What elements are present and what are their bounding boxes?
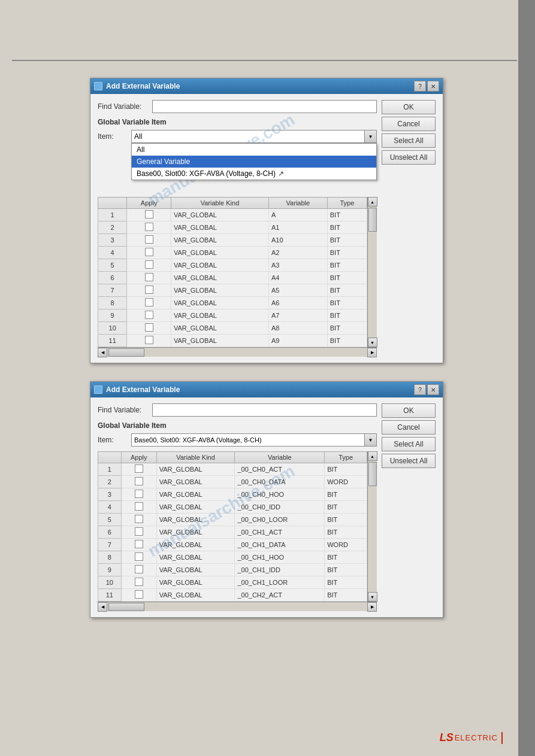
dialog1-select-all-btn[interactable]: Select All [382,133,436,148]
dialog1-dd-base[interactable]: Base00, Slot00: XGF-AV8A (Voltage, 8-CH)… [132,168,376,180]
dialog2-scroll-thumb[interactable] [368,462,377,486]
dialog2-row-apply-9[interactable] [121,576,156,589]
dialog2-row-kind-10: VAR_GLOBAL [156,589,235,602]
dialog1-dd-general[interactable]: General Variable [132,156,376,168]
dialog2-dropdown-btn[interactable]: ▼ [365,433,377,447]
dialog2-row-var-9: _00_CH1_LOOR [235,576,325,589]
dialog2-row-apply-1[interactable] [121,476,156,488]
dialog2-item-row: Item: ▼ [98,433,377,447]
dialog2-row-apply-8[interactable] [121,564,156,576]
dialog1-scroll-thumb[interactable] [368,208,377,232]
dialog2-checkbox-8[interactable] [135,565,143,573]
dialog1-checkbox-9[interactable] [145,323,153,332]
dialog1-close-btn[interactable]: ✕ [427,81,439,92]
dialog1-findvar-input[interactable] [152,100,377,113]
dialog1-dd-all[interactable]: All [132,144,376,156]
dialog2-hscroll-thumb[interactable] [108,603,144,611]
dialog2-select-all-btn[interactable]: Select All [382,437,436,451]
dialog1-hscroll-left[interactable]: ◀ [98,348,107,357]
dialog1-vscrollbar[interactable]: ▲ ▼ [367,197,377,347]
dialog2-checkbox-9[interactable] [135,578,143,586]
dialog1-row-num-9: 10 [98,322,127,335]
dialog1-checkbox-2[interactable] [145,235,153,244]
dialog1-row-apply-2[interactable] [127,234,171,247]
dialog1-row-kind-6: VAR_GLOBAL [171,284,268,297]
dialog1-ok-btn[interactable]: OK [382,100,436,114]
dialog2-help-btn[interactable]: ? [414,384,426,395]
dialog2-checkbox-6[interactable] [135,540,143,548]
dialog1-scroll-up[interactable]: ▲ [368,197,377,207]
dialog2-checkbox-1[interactable] [135,477,143,485]
dialog1-checkbox-5[interactable] [145,273,153,281]
dialog1-cancel-btn[interactable]: Cancel [382,117,436,131]
dialog1-hscrollbar[interactable]: ◀ ▶ [98,347,377,357]
dialog2-scroll-up[interactable]: ▲ [368,451,377,461]
dialog1-row-apply-7[interactable] [127,297,171,309]
dialog1-row-apply-8[interactable] [127,309,171,322]
dialog1-row-apply-1[interactable] [127,221,171,234]
dialog2-row-apply-2[interactable] [121,488,156,501]
dialog1-row-apply-6[interactable] [127,284,171,297]
dialog2-row-apply-7[interactable] [121,551,156,564]
dialog1-hscroll-thumb[interactable] [108,348,144,357]
dialog2-hscroll-right[interactable]: ▶ [367,602,377,612]
dialog1-row-apply-10[interactable] [127,335,171,347]
dialog1-checkbox-3[interactable] [145,248,153,256]
dialog2-checkbox-2[interactable] [135,490,143,498]
dialog1-table-row: 8 VAR_GLOBAL A6 BIT [98,297,367,309]
dialog2-hscroll-left[interactable]: ◀ [98,602,107,612]
dialog2-row-apply-10[interactable] [121,589,156,602]
dialog1-body: Find Variable: Global Variable Item Item… [90,94,443,363]
dialog2-checkbox-0[interactable] [135,464,143,473]
dialog2-findvar-input[interactable] [152,403,377,417]
dialog1-checkbox-10[interactable] [145,336,153,344]
dialog1-row-apply-4[interactable] [127,259,171,272]
dialog1-row-num-7: 8 [98,297,127,309]
dialog1-row-kind-1: VAR_GLOBAL [171,221,268,234]
dialog2-row-apply-3[interactable] [121,501,156,514]
dialog2-unselect-all-btn[interactable]: Unselect All [382,454,436,468]
dialog1-row-apply-5[interactable] [127,272,171,284]
dialog1: manualsarchive.com Add External Variable… [90,78,443,363]
dialog2-checkbox-3[interactable] [135,502,143,511]
dialog1-row-apply-9[interactable] [127,322,171,335]
dialog1-unselect-all-btn[interactable]: Unselect All [382,150,436,165]
dialog2-row-apply-0[interactable] [121,463,156,476]
dialog2-item-input[interactable] [131,433,365,447]
dialog1-table-row: 10 VAR_GLOBAL A8 BIT [98,322,367,335]
dialog1-checkbox-1[interactable] [145,223,153,231]
dialog2-cancel-btn[interactable]: Cancel [382,420,436,435]
dialog2-checkbox-5[interactable] [135,527,143,536]
dialog1-help-btn[interactable]: ? [414,81,426,92]
dialog1-scroll-down[interactable]: ▼ [368,338,377,347]
dialog2-checkbox-10[interactable] [135,590,143,599]
dialog2-row-apply-4[interactable] [121,514,156,526]
dialog1-table-section: Apply Variable Kind Variable Type 1 [98,197,377,357]
dialog2-table-row: 1 VAR_GLOBAL _00_CH0_ACT BIT [98,463,367,476]
dialog1-row-apply-0[interactable] [127,209,171,221]
dialog1-checkbox-6[interactable] [145,286,153,294]
dialog1-checkbox-4[interactable] [145,260,153,269]
dialog1-row-type-9: BIT [327,322,367,335]
dialog2-row-apply-6[interactable] [121,539,156,551]
dialog2-table-row: 10 VAR_GLOBAL _00_CH1_LOOR BIT [98,576,367,589]
dialog1-checkbox-8[interactable] [145,311,153,319]
dialog2-close-btn[interactable]: ✕ [427,384,439,395]
dialog2-scroll-down[interactable]: ▼ [368,592,377,602]
dialog2-vscrollbar[interactable]: ▲ ▼ [367,451,377,602]
dialog1-row-apply-3[interactable] [127,247,171,259]
dialog1-dropdown-btn[interactable]: ▼ [365,130,377,143]
dialog2-title: Add External Variable [106,385,180,394]
dialog2-row-apply-5[interactable] [121,526,156,539]
dialog2-checkbox-7[interactable] [135,552,143,561]
right-strip [518,0,535,756]
dialog2-ok-btn[interactable]: OK [382,403,436,418]
dialog1-item-input[interactable] [131,130,365,143]
dialog2-hscroll-track [107,602,367,611]
top-line [12,60,517,61]
dialog1-hscroll-right[interactable]: ▶ [367,348,377,357]
dialog2-checkbox-4[interactable] [135,515,143,523]
dialog2-hscrollbar[interactable]: ◀ ▶ [98,602,377,611]
dialog1-checkbox-0[interactable] [145,210,153,218]
dialog1-checkbox-7[interactable] [145,298,153,306]
